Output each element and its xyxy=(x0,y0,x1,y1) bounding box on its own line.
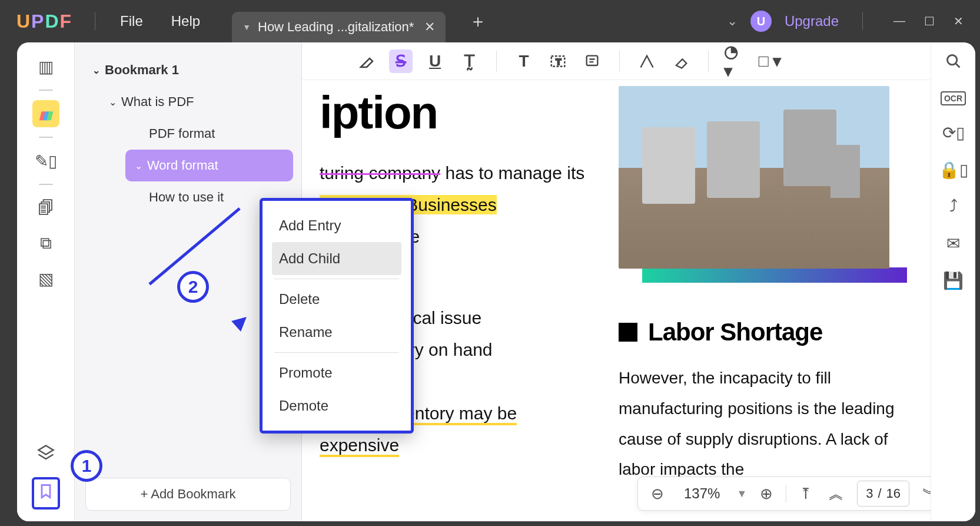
email-icon[interactable]: ✉ xyxy=(946,234,960,253)
divider xyxy=(708,51,709,72)
page-input[interactable]: 3 / 16 xyxy=(857,481,909,507)
menu-help[interactable]: Help xyxy=(157,13,214,29)
page-nav-bar: ⊖ 137% ▼ ⊕ ⤒ ︽ 3 / 16 ︾ ⤓ ✕ xyxy=(637,477,931,511)
add-bookmark-button[interactable]: + Add Bookmark xyxy=(85,478,291,511)
menu-file[interactable]: File xyxy=(106,13,157,29)
callout-two: 2 xyxy=(177,271,209,303)
right-rail: OCR ⟳▯ 🔒▯ ⤴ ✉ 💾 xyxy=(931,42,975,521)
divider xyxy=(39,137,53,138)
protect-icon[interactable]: 🔒▯ xyxy=(939,160,968,180)
divider xyxy=(274,352,399,353)
svg-line-6 xyxy=(955,64,959,68)
divider xyxy=(39,90,53,91)
convert-icon[interactable]: ⟳▯ xyxy=(942,123,965,143)
paragraph: However, the incapacity to fill manufact… xyxy=(619,363,907,485)
eraser-icon[interactable] xyxy=(669,49,693,73)
tab-title: How Leading ...gitalization* xyxy=(258,19,414,35)
divider xyxy=(862,12,863,30)
share-icon[interactable]: ⤴ xyxy=(949,197,958,216)
save-icon[interactable]: 💾 xyxy=(943,271,964,290)
section-heading: Labor Shortage xyxy=(648,318,822,346)
svg-point-5 xyxy=(947,55,956,65)
zoom-dropdown-icon[interactable]: ▼ xyxy=(736,488,747,500)
bullet-icon xyxy=(619,323,637,342)
textbox-icon[interactable]: T xyxy=(546,49,570,73)
divider xyxy=(274,279,399,279)
shape-icon[interactable]: □ ▾ xyxy=(758,49,782,73)
app-body: ▥ ✎▯ 🗐 ⧉ ▧ ⌄Bookmark 1 ⌄What is PDF PDF … xyxy=(17,42,975,521)
chevron-down-icon: ⌄ xyxy=(109,97,117,108)
ocr-icon[interactable]: OCR xyxy=(941,91,966,105)
left-rail: ▥ ✎▯ 🗐 ⧉ ▧ xyxy=(17,42,75,521)
strikethrough-icon[interactable]: S̶ xyxy=(389,49,413,73)
annotation-toolbar: S̶ U T̰ T T ◔ ▾ □ ▾ xyxy=(302,42,931,80)
divider xyxy=(619,51,620,72)
bookmark-item[interactable]: ⌄What is PDF xyxy=(99,86,293,118)
title-bar: UPDF File Help ▼ How Leading ...gitaliza… xyxy=(0,0,980,42)
page-heading: iption xyxy=(320,86,601,140)
divider xyxy=(496,51,497,72)
next-page-icon[interactable]: ︾ xyxy=(919,484,931,504)
fill-tool-icon[interactable]: ▧ xyxy=(32,265,59,292)
zoom-in-icon[interactable]: ⊕ xyxy=(756,485,776,503)
chevron-down-icon: ⌄ xyxy=(135,160,142,171)
stamp-icon[interactable]: ◔ ▾ xyxy=(724,49,748,73)
prev-page-icon[interactable]: ︽ xyxy=(825,484,848,504)
context-menu-demote[interactable]: Demote xyxy=(272,389,401,422)
window-maximize-icon[interactable]: ☐ xyxy=(924,14,935,28)
underline-icon[interactable]: U xyxy=(423,49,447,73)
bookmark-context-menu: Add Entry Add Child Delete Rename Promot… xyxy=(260,198,414,434)
squiggly-icon[interactable]: T̰ xyxy=(457,49,481,73)
divider xyxy=(786,485,786,502)
bookmarks-panel-button[interactable] xyxy=(32,477,60,510)
crop-tool-icon[interactable]: ⧉ xyxy=(32,230,59,257)
tab-close-icon[interactable]: ✕ xyxy=(424,19,435,35)
tabs-overflow-icon[interactable]: ⌄ xyxy=(727,14,738,29)
reader-tool-icon[interactable]: ▥ xyxy=(32,53,59,80)
bookmark-item[interactable]: PDF format xyxy=(139,118,293,150)
search-icon[interactable] xyxy=(945,53,962,74)
context-menu-delete[interactable]: Delete xyxy=(272,283,401,316)
layers-icon[interactable] xyxy=(32,439,59,467)
bookmark-icon xyxy=(38,485,54,503)
image-accent-bar xyxy=(642,267,907,283)
note-icon[interactable] xyxy=(580,49,604,73)
upgrade-link[interactable]: Upgrade xyxy=(785,13,839,29)
chevron-down-icon: ⌄ xyxy=(92,65,100,76)
svg-text:T: T xyxy=(556,57,561,67)
context-menu-add-entry[interactable]: Add Entry xyxy=(272,209,401,242)
divider xyxy=(39,184,53,185)
comment-tool-icon[interactable] xyxy=(32,100,59,127)
edit-tool-icon[interactable]: ✎▯ xyxy=(32,147,59,174)
document-tab[interactable]: ▼ How Leading ...gitalization* ✕ xyxy=(232,12,446,42)
context-menu-add-child[interactable]: Add Child xyxy=(272,242,401,275)
bookmark-item-selected[interactable]: ⌄Word format xyxy=(125,150,293,181)
zoom-out-icon[interactable]: ⊖ xyxy=(647,485,667,503)
user-avatar[interactable]: U xyxy=(750,11,772,32)
context-menu-promote[interactable]: Promote xyxy=(272,356,401,389)
first-page-icon[interactable]: ⤒ xyxy=(796,485,816,503)
window-close-icon[interactable]: ✕ xyxy=(954,14,964,28)
bookmark-item[interactable]: ⌄Bookmark 1 xyxy=(83,54,293,86)
tab-add-icon[interactable]: ＋ xyxy=(469,9,487,34)
pencil-icon[interactable] xyxy=(635,49,659,73)
highlighter-icon[interactable] xyxy=(355,49,378,73)
zoom-value[interactable]: 137% xyxy=(677,485,727,502)
divider xyxy=(95,12,95,30)
tab-dropdown-icon[interactable]: ▼ xyxy=(242,22,251,32)
context-menu-rename[interactable]: Rename xyxy=(272,316,401,349)
app-logo: UPDF xyxy=(16,11,72,32)
callout-one: 1 xyxy=(71,450,102,482)
document-image xyxy=(619,86,889,269)
window-minimize-icon[interactable]: — xyxy=(893,14,905,28)
pages-tool-icon[interactable]: 🗐 xyxy=(32,194,59,221)
svg-rect-2 xyxy=(587,55,598,65)
text-icon[interactable]: T xyxy=(512,49,536,73)
